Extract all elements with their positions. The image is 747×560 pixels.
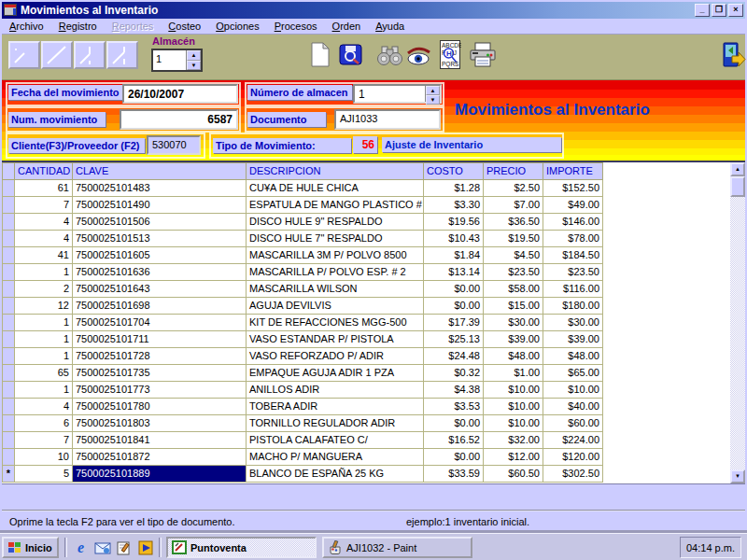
cell-descripcion[interactable]: MACHO P/ MANGUERA xyxy=(247,449,424,466)
column-header-descripcion[interactable]: DESCRIPCION xyxy=(247,162,424,180)
cell-importe[interactable]: $49.00 xyxy=(543,197,603,214)
column-header-precio[interactable]: PRECIO xyxy=(484,162,543,180)
cell-precio[interactable]: $4.50 xyxy=(484,247,543,264)
row-filler[interactable] xyxy=(603,365,730,382)
num-almacen-spinner[interactable]: 1 ▲ ▼ xyxy=(353,84,442,104)
cell-costo[interactable]: $16.52 xyxy=(424,432,484,449)
cell-descripcion[interactable]: CU¥A DE HULE CHICA xyxy=(247,180,424,197)
cell-descripcion[interactable]: TORNILLO REGULADOR ADIR xyxy=(247,415,424,432)
cell-clave[interactable]: 7500025101711 xyxy=(73,331,247,348)
row-selector[interactable] xyxy=(2,214,15,231)
cell-cantidad[interactable]: 1 xyxy=(15,264,73,281)
cell-costo[interactable]: $1.28 xyxy=(424,180,484,197)
notes-icon[interactable] xyxy=(114,538,134,557)
row-filler[interactable] xyxy=(603,331,730,348)
table-row[interactable]: 417500025101605MASCARILLA 3M P/ POLVO 85… xyxy=(2,247,730,264)
row-selector[interactable] xyxy=(2,315,15,331)
cell-costo[interactable]: $10.43 xyxy=(424,231,484,247)
cell-costo[interactable]: $1.84 xyxy=(424,247,484,264)
tipo-value[interactable]: 56 xyxy=(353,136,377,153)
close-button[interactable]: × xyxy=(728,4,743,17)
table-row[interactable]: 77500025101841PISTOLA CALAFATEO C/$16.52… xyxy=(2,432,730,449)
row-selector[interactable] xyxy=(2,247,15,264)
cell-precio[interactable]: $23.50 xyxy=(484,264,543,281)
table-row[interactable]: 107500025101872MACHO P/ MANGUERA$0.00$12… xyxy=(2,449,730,466)
cell-clave[interactable]: 7500025101506 xyxy=(73,214,247,231)
cell-clave[interactable]: 7500025101490 xyxy=(73,197,247,214)
cell-importe[interactable]: $152.50 xyxy=(543,180,603,197)
cell-precio[interactable]: $36.50 xyxy=(484,214,543,231)
row-selector[interactable] xyxy=(2,331,15,348)
cell-descripcion[interactable]: DISCO HULE 9" RESPALDO xyxy=(247,214,424,231)
cell-importe[interactable]: $65.00 xyxy=(543,365,603,382)
cell-clave[interactable]: 7500025101872 xyxy=(73,449,247,466)
almacen-toolbar-spinner[interactable]: 1 ▲ ▼ xyxy=(151,49,203,72)
cell-clave[interactable]: 7500025101643 xyxy=(73,281,247,298)
cell-cantidad[interactable]: 1 xyxy=(15,315,73,331)
cell-cantidad[interactable]: 1 xyxy=(15,382,73,399)
row-filler[interactable] xyxy=(603,231,730,247)
cell-importe[interactable]: $146.00 xyxy=(543,214,603,231)
table-row[interactable]: 127500025101698AGUJA DEVILVIS$0.00$15.00… xyxy=(2,298,730,315)
cell-clave[interactable]: 7500025101513 xyxy=(73,231,247,247)
spin-up-icon[interactable]: ▲ xyxy=(187,50,201,61)
cell-cantidad[interactable]: 41 xyxy=(15,247,73,264)
cell-costo[interactable]: $19.56 xyxy=(424,214,484,231)
row-selector[interactable] xyxy=(2,264,15,281)
row-filler[interactable] xyxy=(603,348,730,365)
cell-precio[interactable]: $12.00 xyxy=(484,449,543,466)
task-button-paint[interactable]: AJI1032 - Paint xyxy=(322,537,472,558)
cell-precio[interactable]: $10.00 xyxy=(484,415,543,432)
minimize-button[interactable]: _ xyxy=(695,4,710,17)
cell-clave[interactable]: 7500025101803 xyxy=(73,415,247,432)
nav-button-1[interactable] xyxy=(8,41,40,69)
cell-importe[interactable]: $120.00 xyxy=(543,449,603,466)
menu-procesos[interactable]: Procesos xyxy=(267,19,325,34)
row-selector[interactable] xyxy=(2,298,15,315)
row-selector[interactable] xyxy=(2,348,15,365)
cell-cantidad[interactable]: 7 xyxy=(15,197,73,214)
column-header-costo[interactable]: COSTO xyxy=(424,162,484,180)
table-row[interactable]: 47500025101513DISCO HULE 7" RESPALDO$10.… xyxy=(2,231,730,247)
nav-button-2[interactable] xyxy=(41,41,73,69)
spin-down-icon[interactable]: ▼ xyxy=(187,61,201,71)
cell-importe[interactable]: $116.00 xyxy=(543,281,603,298)
cell-precio[interactable]: $60.50 xyxy=(484,466,543,483)
row-filler[interactable] xyxy=(603,247,730,264)
menu-opciones[interactable]: Opciones xyxy=(208,19,266,34)
cell-clave[interactable]: 7500025101636 xyxy=(73,264,247,281)
cell-descripcion[interactable]: ANILLOS ADIR xyxy=(247,382,424,399)
task-button-puntoventa[interactable]: Puntoventa xyxy=(166,537,317,558)
cell-importe[interactable]: $23.50 xyxy=(543,264,603,281)
cell-descripcion[interactable]: KIT DE REFACCIONES MGG-500 xyxy=(247,315,424,331)
cell-cantidad[interactable]: 4 xyxy=(15,214,73,231)
row-filler[interactable] xyxy=(603,281,730,298)
table-row[interactable]: 17500025101636MASCARILLA P/ POLVO ESP. #… xyxy=(2,264,730,281)
cell-descripcion[interactable]: PISTOLA CALAFATEO C/ xyxy=(247,432,424,449)
cell-cantidad[interactable]: 5 xyxy=(15,466,73,483)
cell-importe[interactable]: $78.00 xyxy=(543,231,603,247)
save-search-icon[interactable] xyxy=(338,42,363,67)
table-row[interactable]: 17500025101773ANILLOS ADIR$4.38$10.00$10… xyxy=(2,382,730,399)
cell-descripcion[interactable]: VASO ESTANDAR P/ PISTOLA xyxy=(247,331,424,348)
row-filler[interactable] xyxy=(603,449,730,466)
cell-descripcion[interactable]: MASCARILLA P/ POLVO ESP. # 2 xyxy=(247,264,424,281)
cell-precio[interactable]: $1.00 xyxy=(484,365,543,382)
cell-importe[interactable]: $180.00 xyxy=(543,298,603,315)
cell-precio[interactable]: $7.00 xyxy=(484,197,543,214)
menu-costeo[interactable]: Costeo xyxy=(161,19,208,34)
vertical-scrollbar[interactable]: ▲ ▼ xyxy=(730,162,745,483)
cell-costo[interactable]: $0.00 xyxy=(424,281,484,298)
table-row[interactable]: 67500025101803TORNILLO REGULADOR ADIR$0.… xyxy=(2,415,730,432)
row-selector[interactable] xyxy=(2,231,15,247)
table-row[interactable]: 27500025101643MASCARILLA WILSON$0.00$58.… xyxy=(2,281,730,298)
cell-costo[interactable]: $3.53 xyxy=(424,399,484,415)
row-filler[interactable] xyxy=(603,197,730,214)
cell-descripcion[interactable]: BLANCO DE ESPAÑA 25 KG xyxy=(247,466,424,483)
cell-precio[interactable]: $58.00 xyxy=(484,281,543,298)
menu-ayuda[interactable]: Ayuda xyxy=(368,19,412,34)
cell-cantidad[interactable]: 2 xyxy=(15,281,73,298)
cell-descripcion[interactable]: EMPAQUE AGUJA ADIR 1 PZA xyxy=(247,365,424,382)
row-selector[interactable] xyxy=(2,449,15,466)
table-row[interactable]: 17500025101704KIT DE REFACCIONES MGG-500… xyxy=(2,315,730,331)
